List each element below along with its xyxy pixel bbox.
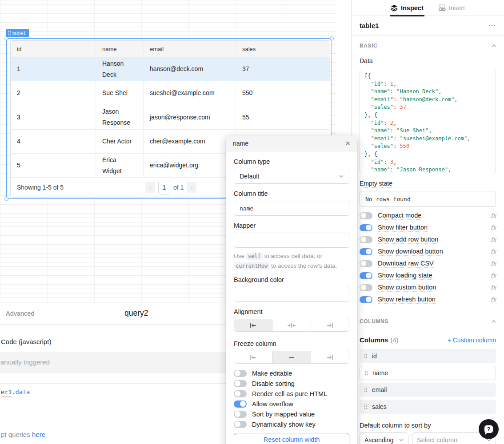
reset-column-width-button[interactable]: Reset column width xyxy=(234,433,349,444)
more-menu-icon[interactable]: ⋯ xyxy=(488,21,496,30)
table-row[interactable]: 3 Jason Response jason@response.com 55 xyxy=(11,105,330,130)
popup-header[interactable]: name × xyxy=(226,135,357,151)
drag-handle-icon[interactable] xyxy=(364,387,368,392)
table-options-toggle-list: Compact mode fx Show filter button fx Sh… xyxy=(360,210,496,305)
fx-icon[interactable]: fx xyxy=(491,296,496,303)
cell-id[interactable]: 4 xyxy=(11,130,96,153)
align-left-button[interactable] xyxy=(234,319,272,331)
page-number-input[interactable]: 1 xyxy=(158,181,170,194)
columns-section-header[interactable]: COLUMNS xyxy=(360,311,496,325)
tab-advanced[interactable]: Advanced xyxy=(6,310,35,317)
cell-sales[interactable]: 37 xyxy=(236,57,330,81)
help-button[interactable]: ? xyxy=(479,419,499,439)
footer-here-link[interactable]: here xyxy=(32,431,45,438)
fx-icon[interactable]: fx xyxy=(491,224,496,231)
cell-email[interactable]: sueshei@example.com xyxy=(143,81,236,105)
sort-order-select[interactable]: Ascending xyxy=(360,432,408,444)
toggle-render-html: Render cell as pure HTML xyxy=(234,388,349,399)
column-title-input[interactable]: name xyxy=(234,201,349,216)
drag-handle-icon[interactable] xyxy=(364,404,368,409)
cell-name[interactable]: Hanson Deck xyxy=(96,57,143,81)
drag-handle-icon[interactable] xyxy=(364,353,368,359)
column-header-email[interactable]: email xyxy=(143,41,236,57)
close-icon[interactable]: × xyxy=(345,139,350,147)
toggle-switch[interactable] xyxy=(234,380,247,387)
column-item-email[interactable]: email xyxy=(360,383,496,397)
fx-icon[interactable]: fx xyxy=(491,212,496,219)
columns-title: Columns xyxy=(360,336,388,344)
cell-email[interactable]: erica@widget.org xyxy=(143,154,236,177)
chevron-up-icon[interactable] xyxy=(492,44,496,47)
columns-list-header: Columns (4) + Custom column xyxy=(360,336,496,344)
toggle-switch[interactable] xyxy=(360,224,372,231)
toggle-switch[interactable] xyxy=(234,390,247,397)
fx-icon[interactable]: fx xyxy=(491,236,496,243)
toggle-switch[interactable] xyxy=(234,411,247,418)
table-row[interactable]: 1 Hanson Deck hanson@deck.com 37 xyxy=(11,57,330,81)
cell-sales[interactable]: 55 xyxy=(236,105,330,129)
basic-section-header[interactable]: BASIC xyxy=(360,43,496,49)
toggle-switch[interactable] xyxy=(234,400,247,408)
column-type-select[interactable]: Default xyxy=(234,169,349,184)
resize-handle-bottom-left[interactable] xyxy=(4,197,8,201)
add-custom-column-link[interactable]: + Custom column xyxy=(448,337,496,344)
alignment-segmented-control xyxy=(234,319,349,332)
mapper-input[interactable] xyxy=(234,233,349,248)
inspector-tabs: Inspect Insert xyxy=(352,0,504,16)
freeze-column-label: Freeze column xyxy=(234,340,349,347)
toggle-label: Show filter button xyxy=(378,224,428,232)
fx-icon[interactable]: fx xyxy=(491,260,496,267)
prev-page-button[interactable]: ‹ xyxy=(145,182,155,193)
freeze-right-button[interactable] xyxy=(311,351,349,363)
column-item-sales[interactable]: sales xyxy=(360,400,496,414)
background-color-label: Background color xyxy=(234,276,349,283)
toggle-switch[interactable] xyxy=(234,421,247,428)
cell-name[interactable]: Jason Response xyxy=(96,105,143,129)
alignment-label: Alignment xyxy=(234,308,349,315)
freeze-none-button[interactable] xyxy=(272,351,310,363)
fx-icon[interactable]: fx xyxy=(491,248,496,255)
cell-email[interactable]: cher@example.com xyxy=(143,130,236,153)
cell-id[interactable]: 3 xyxy=(11,105,96,129)
cell-email[interactable]: jason@response.com xyxy=(143,105,236,129)
fx-icon[interactable]: fx xyxy=(491,272,496,279)
toggle-switch[interactable] xyxy=(360,284,372,291)
widget-name-badge[interactable]: table1 xyxy=(6,29,29,37)
cell-name[interactable]: Cher Actor xyxy=(96,130,143,153)
chevron-up-icon[interactable] xyxy=(492,320,496,323)
cell-id[interactable]: 1 xyxy=(11,57,96,81)
toggle-switch[interactable] xyxy=(360,248,372,255)
toggle-switch[interactable] xyxy=(360,296,372,303)
toggle-switch[interactable] xyxy=(360,212,372,219)
column-header-id[interactable]: id xyxy=(11,41,96,57)
cell-id[interactable]: 2 xyxy=(11,81,96,105)
cell-id[interactable]: 5 xyxy=(11,154,96,177)
empty-state-input[interactable]: No rows found xyxy=(360,191,496,207)
table-row[interactable]: 2 Sue Shei sueshei@example.com 550 xyxy=(11,81,330,105)
fx-icon[interactable]: fx xyxy=(491,284,496,291)
column-header-sales[interactable]: sales xyxy=(236,41,330,57)
column-item-name[interactable]: name xyxy=(360,366,496,380)
column-item-id[interactable]: id xyxy=(360,349,496,363)
tab-insert-label: Insert xyxy=(449,4,465,12)
background-color-input[interactable] xyxy=(234,287,349,302)
next-page-button[interactable]: › xyxy=(187,182,196,193)
cell-email[interactable]: hanson@deck.com xyxy=(143,57,236,81)
tab-insert[interactable]: Insert xyxy=(439,0,465,16)
toggle-switch[interactable] xyxy=(360,260,372,267)
toggle-switch[interactable] xyxy=(234,370,247,377)
toggle-switch[interactable] xyxy=(360,272,372,279)
align-right-button[interactable] xyxy=(311,319,349,331)
resize-handle-top-right[interactable] xyxy=(330,36,334,40)
column-item-label: id xyxy=(372,353,377,360)
tab-inspect[interactable]: Inspect xyxy=(391,0,424,16)
data-code-editor[interactable]: [{ "id": 1, "name": "Hanson Deck", "emai… xyxy=(360,69,496,173)
toggle-switch[interactable] xyxy=(360,236,372,243)
align-center-button[interactable] xyxy=(272,319,310,331)
drag-handle-icon[interactable] xyxy=(364,370,368,376)
freeze-left-button[interactable] xyxy=(234,351,272,363)
column-header-name[interactable]: name xyxy=(96,41,143,57)
cell-sales[interactable]: 550 xyxy=(236,81,330,105)
cell-name[interactable]: Erica Widget xyxy=(96,154,143,177)
cell-name[interactable]: Sue Shei xyxy=(96,81,143,105)
